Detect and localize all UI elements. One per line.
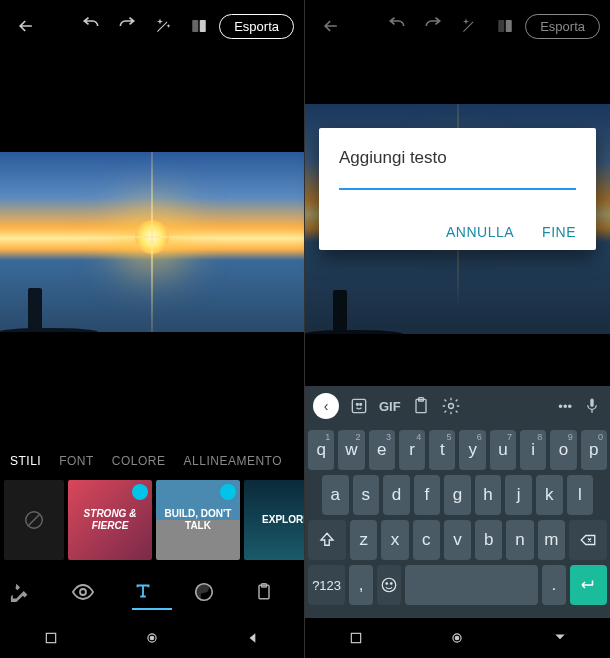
key-p[interactable]: p0: [581, 430, 607, 470]
key-s[interactable]: s: [353, 475, 380, 515]
key-k[interactable]: k: [536, 475, 563, 515]
key-h[interactable]: h: [475, 475, 502, 515]
gif-button[interactable]: GIF: [379, 399, 401, 414]
nav-keyboard-down-icon[interactable]: [552, 631, 566, 645]
add-text-screen: Esporta Aggiungi testo ANNULLA FINE ‹ GI…: [305, 0, 610, 658]
text-tool-icon[interactable]: [132, 580, 172, 610]
image-canvas[interactable]: [0, 152, 304, 332]
style-tile[interactable]: STRONG & FIERCE: [68, 480, 152, 560]
effects-tool-icon[interactable]: [193, 581, 233, 609]
android-nav-bar: [305, 618, 610, 658]
comma-key[interactable]: ,: [349, 565, 373, 605]
key-a[interactable]: a: [322, 475, 349, 515]
style-none[interactable]: [4, 480, 64, 560]
keyboard-row-4: ?123 , .: [308, 565, 607, 605]
nav-recents-icon[interactable]: [44, 631, 58, 645]
svg-point-14: [360, 403, 362, 405]
tab-font[interactable]: FONT: [59, 454, 94, 468]
settings-icon[interactable]: [441, 396, 461, 416]
tab-styles[interactable]: STILI: [10, 454, 41, 468]
space-key[interactable]: [405, 565, 538, 605]
lighthouse-graphic: [28, 288, 42, 332]
compare-icon: [489, 10, 521, 42]
key-u[interactable]: u7: [490, 430, 516, 470]
mic-icon[interactable]: [582, 396, 602, 416]
magic-wand-icon[interactable]: [147, 10, 179, 42]
keyboard-row-1: q1w2e3r4t5y6u7i8o9p0: [308, 430, 607, 470]
key-i[interactable]: i8: [520, 430, 546, 470]
key-f[interactable]: f: [414, 475, 441, 515]
svg-point-9: [150, 636, 154, 640]
svg-point-17: [448, 404, 453, 409]
svg-rect-11: [506, 20, 512, 32]
svg-point-21: [391, 583, 393, 585]
nav-home-icon[interactable]: [145, 631, 159, 645]
key-t[interactable]: t5: [429, 430, 455, 470]
bottom-tool-row: [0, 572, 304, 618]
key-b[interactable]: b: [475, 520, 502, 560]
svg-rect-0: [192, 20, 198, 32]
style-tile[interactable]: BUILD, DON'T TALK: [156, 480, 240, 560]
sticker-icon[interactable]: [349, 396, 369, 416]
key-o[interactable]: o9: [550, 430, 576, 470]
nav-home-icon[interactable]: [450, 631, 464, 645]
key-j[interactable]: j: [505, 475, 532, 515]
enter-key[interactable]: [570, 565, 607, 605]
text-tabs: STILI FONT COLORE ALLINEAMENTO: [0, 454, 304, 468]
more-icon[interactable]: •••: [558, 399, 572, 414]
editor-screen: Esporta STILI FONT COLORE ALLINEAMENTO S…: [0, 0, 305, 658]
back-icon[interactable]: [315, 10, 347, 42]
compare-icon[interactable]: [183, 10, 215, 42]
premium-badge-icon: [220, 484, 236, 500]
period-key[interactable]: .: [542, 565, 566, 605]
key-r[interactable]: r4: [399, 430, 425, 470]
key-y[interactable]: y6: [459, 430, 485, 470]
undo-icon: [381, 10, 413, 42]
nav-back-icon[interactable]: [246, 631, 260, 645]
collapse-icon[interactable]: ‹: [313, 393, 339, 419]
text-input[interactable]: [339, 188, 576, 190]
lighthouse-graphic: [333, 290, 347, 334]
top-toolbar: Esporta: [0, 0, 304, 52]
tab-color[interactable]: COLORE: [112, 454, 166, 468]
key-z[interactable]: z: [350, 520, 377, 560]
svg-point-13: [356, 403, 358, 405]
key-c[interactable]: c: [413, 520, 440, 560]
key-q[interactable]: q1: [308, 430, 334, 470]
cancel-button[interactable]: ANNULLA: [446, 224, 514, 240]
clipboard-tool-icon[interactable]: [254, 582, 294, 608]
done-button[interactable]: FINE: [542, 224, 576, 240]
redo-icon[interactable]: [111, 10, 143, 42]
export-button[interactable]: Esporta: [219, 14, 294, 39]
key-w[interactable]: w2: [338, 430, 364, 470]
svg-rect-18: [590, 399, 593, 407]
clipboard-icon[interactable]: [411, 396, 431, 416]
undo-icon[interactable]: [75, 10, 107, 42]
keyboard-toolbar: ‹ GIF •••: [305, 386, 610, 426]
svg-rect-10: [498, 20, 504, 32]
back-icon[interactable]: [10, 10, 42, 42]
premium-badge-icon: [132, 484, 148, 500]
heal-tool-icon[interactable]: [10, 581, 50, 609]
key-x[interactable]: x: [381, 520, 408, 560]
key-d[interactable]: d: [383, 475, 410, 515]
key-n[interactable]: n: [506, 520, 533, 560]
key-v[interactable]: v: [444, 520, 471, 560]
emoji-key[interactable]: [377, 565, 401, 605]
backspace-key[interactable]: [569, 520, 607, 560]
key-e[interactable]: e3: [369, 430, 395, 470]
soft-keyboard: ‹ GIF ••• q1w2e3r4t5y6u7i8o9p0 asdfghjkl…: [305, 386, 610, 618]
key-g[interactable]: g: [444, 475, 471, 515]
shift-key[interactable]: [308, 520, 346, 560]
style-label: BUILD, DON'T TALK: [156, 508, 240, 532]
key-m[interactable]: m: [538, 520, 565, 560]
style-tile[interactable]: EXPLORE: [244, 480, 304, 560]
tab-alignment[interactable]: ALLINEAMENTO: [184, 454, 282, 468]
style-label: STRONG & FIERCE: [68, 508, 152, 532]
key-l[interactable]: l: [567, 475, 594, 515]
svg-point-24: [456, 636, 460, 640]
symbols-key[interactable]: ?123: [308, 565, 345, 605]
top-toolbar: Esporta: [305, 0, 610, 52]
eye-tool-icon[interactable]: [71, 580, 111, 610]
nav-recents-icon[interactable]: [349, 631, 363, 645]
